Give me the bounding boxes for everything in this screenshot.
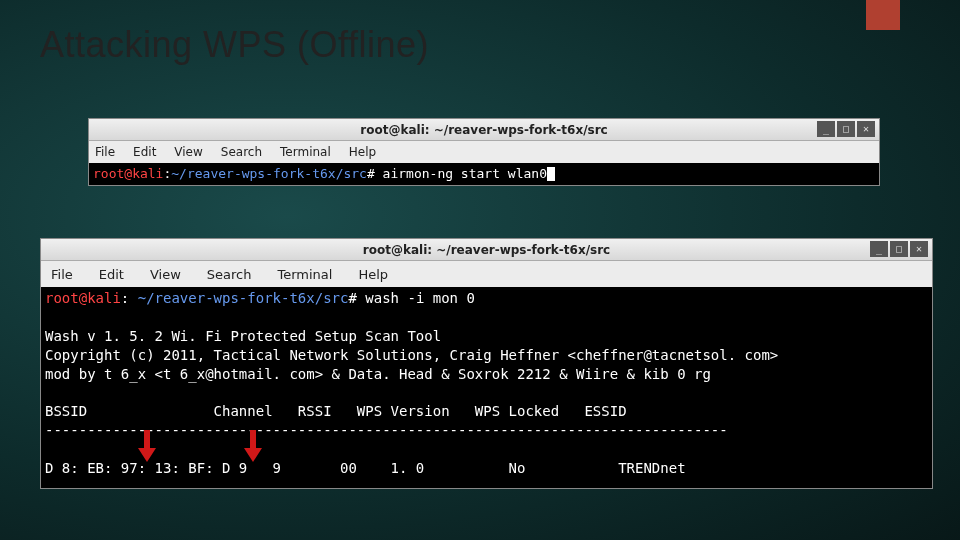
minimize-button[interactable]: _ <box>870 241 888 257</box>
menu-edit[interactable]: Edit <box>133 145 156 159</box>
prompt-path: ~/reaver-wps-fork-t6x/src <box>138 290 349 306</box>
menu-terminal[interactable]: Terminal <box>277 267 332 282</box>
titlebar[interactable]: root@kali: ~/reaver-wps-fork-t6x/src _ □… <box>89 119 879 141</box>
terminal-window-1: root@kali: ~/reaver-wps-fork-t6x/src _ □… <box>88 118 880 186</box>
menubar: File Edit View Search Terminal Help <box>89 141 879 163</box>
prompt-hash: # <box>367 166 375 181</box>
terminal-body-2[interactable]: root@kali: ~/reaver-wps-fork-t6x/src# wa… <box>41 287 932 488</box>
window-title: root@kali: ~/reaver-wps-fork-t6x/src <box>89 123 879 137</box>
close-button[interactable]: ✕ <box>857 121 875 137</box>
prompt-user: root@kali <box>45 290 121 306</box>
arrow-down-icon <box>136 428 158 464</box>
menu-edit[interactable]: Edit <box>99 267 124 282</box>
maximize-button[interactable]: □ <box>890 241 908 257</box>
menubar: File Edit View Search Terminal Help <box>41 261 932 287</box>
menu-help[interactable]: Help <box>349 145 376 159</box>
menu-file[interactable]: File <box>95 145 115 159</box>
menu-view[interactable]: View <box>174 145 202 159</box>
page-title: Attacking WPS (Offline) <box>40 24 429 66</box>
output-line: Wash v 1. 5. 2 Wi. Fi Protected Setup Sc… <box>45 328 441 344</box>
prompt-path: ~/reaver-wps-fork-t6x/src <box>171 166 367 181</box>
menu-search[interactable]: Search <box>221 145 262 159</box>
output-line: mod by t 6_x <t 6_x@hotmail. com> & Data… <box>45 366 711 382</box>
menu-view[interactable]: View <box>150 267 181 282</box>
window-title: root@kali: ~/reaver-wps-fork-t6x/src <box>41 243 932 257</box>
titlebar[interactable]: root@kali: ~/reaver-wps-fork-t6x/src _ □… <box>41 239 932 261</box>
terminal-body-1[interactable]: root@kali:~/reaver-wps-fork-t6x/src# air… <box>89 163 879 185</box>
menu-help[interactable]: Help <box>358 267 388 282</box>
cursor-icon <box>547 167 555 181</box>
accent-bar <box>866 0 900 30</box>
menu-search[interactable]: Search <box>207 267 252 282</box>
prompt-user: root@kali <box>93 166 163 181</box>
close-button[interactable]: ✕ <box>910 241 928 257</box>
window-controls: _ □ ✕ <box>870 241 928 257</box>
command-text: wash -i mon 0 <box>357 290 475 306</box>
menu-terminal[interactable]: Terminal <box>280 145 331 159</box>
table-header: BSSID Channel RSSI WPS Version WPS Locke… <box>45 403 627 419</box>
maximize-button[interactable]: □ <box>837 121 855 137</box>
window-controls: _ □ ✕ <box>817 121 875 137</box>
command-text: airmon-ng start wlan0 <box>375 166 547 181</box>
terminal-window-2: root@kali: ~/reaver-wps-fork-t6x/src _ □… <box>40 238 933 489</box>
menu-file[interactable]: File <box>51 267 73 282</box>
prompt-hash: # <box>348 290 356 306</box>
prompt-colon: : <box>121 290 138 306</box>
output-line: Copyright (c) 2011, Tactical Network Sol… <box>45 347 778 363</box>
minimize-button[interactable]: _ <box>817 121 835 137</box>
arrow-down-icon <box>242 428 264 464</box>
